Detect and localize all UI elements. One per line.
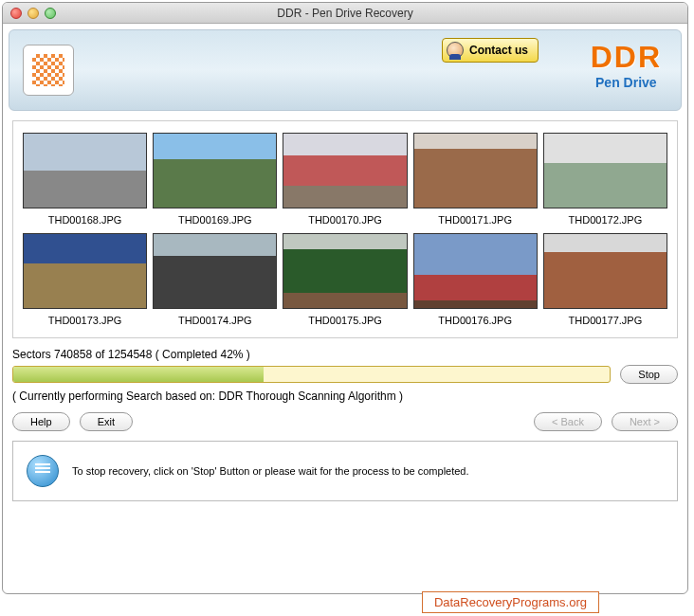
thumbnail-item[interactable]: THD00173.JPG xyxy=(23,233,147,326)
thumbnail-panel: THD00168.JPGTHD00169.JPGTHD00170.JPGTHD0… xyxy=(12,120,678,338)
thumbnail-image[interactable] xyxy=(283,133,407,208)
thumbnail-image[interactable] xyxy=(153,133,277,208)
app-window: DDR - Pen Drive Recovery Contact us DDR … xyxy=(2,2,688,594)
contact-label: Contact us xyxy=(469,44,528,57)
header-band: Contact us DDR Pen Drive xyxy=(9,29,682,111)
stop-button[interactable]: Stop xyxy=(620,365,678,384)
footer-link[interactable]: DataRecoveryPrograms.org xyxy=(422,591,599,613)
back-button[interactable]: < Back xyxy=(534,412,602,431)
window-title: DDR - Pen Drive Recovery xyxy=(3,7,687,20)
thumbnail-item[interactable]: THD00176.JPG xyxy=(413,233,538,326)
brand: DDR Pen Drive xyxy=(591,40,662,90)
thumbnail-label: THD00172.JPG xyxy=(543,214,667,226)
thumbnail-label: THD00169.JPG xyxy=(153,214,277,226)
thumbnail-item[interactable]: THD00170.JPG xyxy=(283,133,407,226)
content-area: THD00168.JPGTHD00169.JPGTHD00170.JPGTHD0… xyxy=(3,111,687,511)
next-button[interactable]: Next > xyxy=(612,412,678,431)
thumbnail-label: THD00170.JPG xyxy=(283,214,407,226)
thumbnail-item[interactable]: THD00174.JPG xyxy=(153,233,277,326)
progress-section: Sectors 740858 of 1254548 ( Completed 42… xyxy=(12,348,678,403)
thumbnail-image[interactable] xyxy=(23,133,147,208)
titlebar: DDR - Pen Drive Recovery xyxy=(3,3,687,24)
thumbnail-label: THD00171.JPG xyxy=(413,214,538,226)
checker-icon xyxy=(32,54,64,86)
thumbnail-item[interactable]: THD00171.JPG xyxy=(413,133,538,226)
progress-bar xyxy=(12,366,611,383)
thumbnail-item[interactable]: THD00168.JPG xyxy=(23,133,147,226)
contact-us-button[interactable]: Contact us xyxy=(442,38,539,63)
brand-main: DDR xyxy=(591,40,662,75)
exit-button[interactable]: Exit xyxy=(80,412,133,431)
help-button[interactable]: Help xyxy=(12,412,70,431)
thumbnail-label: THD00168.JPG xyxy=(23,214,147,226)
progress-fill xyxy=(13,367,264,382)
thumbnail-image[interactable] xyxy=(283,233,407,309)
thumbnail-label: THD00176.JPG xyxy=(413,315,538,326)
thumbnail-image[interactable] xyxy=(153,233,277,309)
thumbnail-label: THD00177.JPG xyxy=(543,315,667,326)
thumbnail-image[interactable] xyxy=(543,133,667,208)
person-icon xyxy=(447,42,464,59)
app-logo-button[interactable] xyxy=(23,45,74,96)
algorithm-text: ( Currently performing Search based on: … xyxy=(12,390,678,403)
thumbnail-item[interactable]: THD00169.JPG xyxy=(153,133,277,226)
thumbnail-label: THD00173.JPG xyxy=(23,315,147,326)
info-bubble-icon xyxy=(27,455,59,487)
thumbnail-image[interactable] xyxy=(413,233,538,309)
button-row: Help Exit < Back Next > xyxy=(12,412,678,431)
thumbnail-image[interactable] xyxy=(23,233,147,309)
thumbnail-item[interactable]: THD00172.JPG xyxy=(543,133,667,226)
thumbnail-item[interactable]: THD00175.JPG xyxy=(283,233,407,326)
hint-box: To stop recovery, click on 'Stop' Button… xyxy=(12,441,678,501)
thumbnail-label: THD00174.JPG xyxy=(153,315,277,326)
thumbnail-item[interactable]: THD00177.JPG xyxy=(543,233,667,326)
progress-text: Sectors 740858 of 1254548 ( Completed 42… xyxy=(12,348,678,361)
thumbnail-image[interactable] xyxy=(413,133,538,208)
thumbnail-label: THD00175.JPG xyxy=(283,315,407,326)
brand-sub: Pen Drive xyxy=(591,75,662,90)
thumbnail-image[interactable] xyxy=(543,233,667,309)
hint-text: To stop recovery, click on 'Stop' Button… xyxy=(72,465,469,477)
